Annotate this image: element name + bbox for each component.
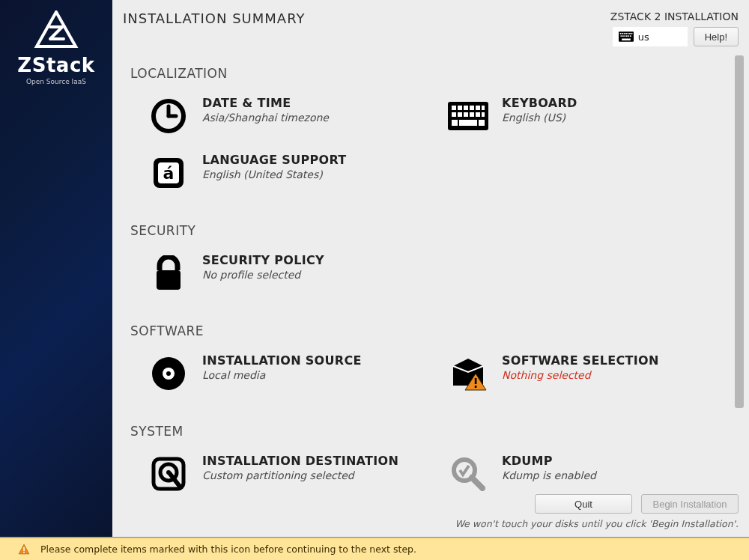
svg-rect-43	[475, 378, 477, 384]
svg-marker-0	[37, 12, 76, 46]
spoke-install-destination[interactable]: INSTALLATION DESTINATION Custom partitio…	[130, 449, 415, 491]
svg-rect-7	[629, 33, 631, 34]
keyboard-large-icon	[448, 102, 488, 130]
spoke-destination-status: Custom partitioning selected	[202, 469, 398, 481]
keyboard-icon	[619, 31, 634, 42]
spoke-software-selection[interactable]: SOFTWARE SELECTION Nothing selected	[430, 349, 725, 406]
spoke-keyboard-title: KEYBOARD	[502, 96, 577, 110]
quit-button[interactable]: Quit	[535, 494, 632, 514]
svg-rect-9	[620, 35, 622, 37]
svg-rect-51	[23, 547, 25, 551]
svg-rect-4	[623, 33, 625, 34]
section-security: SECURITY	[130, 223, 725, 238]
svg-rect-2	[619, 33, 621, 34]
section-localization: LOCALIZATION	[130, 66, 725, 81]
harddrive-icon	[151, 456, 187, 491]
spoke-selection-status: Nothing selected	[502, 369, 659, 381]
brand-tagline: Open Source IaaS	[17, 78, 94, 85]
svg-rect-23	[470, 106, 474, 110]
spoke-security-title: SECURITY POLICY	[202, 253, 324, 267]
spoke-kdump-title: KDUMP	[502, 454, 596, 468]
header: INSTALLATION SUMMARY ZSTACK 2 INSTALLATI…	[112, 0, 749, 49]
installer-subtitle: ZSTACK 2 INSTALLATION	[610, 10, 739, 22]
spoke-language-title: LANGUAGE SUPPORT	[202, 153, 347, 167]
disc-icon	[151, 356, 187, 392]
main-panel: INSTALLATION SUMMARY ZSTACK 2 INSTALLATI…	[112, 0, 749, 537]
spoke-datetime[interactable]: DATE & TIME Asia/Shanghai timezone	[130, 91, 415, 148]
lock-icon	[154, 255, 184, 291]
language-icon: á	[151, 155, 187, 191]
spoke-keyboard-status: English (US)	[502, 112, 577, 124]
svg-text:á: á	[163, 164, 175, 183]
svg-line-49	[472, 478, 482, 488]
spoke-kdump-status: Kdump is enabled	[502, 469, 596, 481]
svg-rect-38	[157, 270, 181, 290]
scrollbar[interactable]	[733, 55, 746, 485]
footer-buttons: Quit Begin Installation	[112, 491, 749, 515]
svg-rect-22	[464, 106, 468, 110]
help-button[interactable]: Help!	[694, 27, 739, 46]
svg-rect-11	[624, 35, 625, 37]
spoke-source-title: INSTALLATION SOURCE	[202, 353, 362, 368]
svg-rect-10	[622, 35, 624, 37]
sidebar: ZStack Open Source IaaS	[0, 0, 112, 537]
spoke-datetime-status: Asia/Shanghai timezone	[202, 112, 329, 124]
spoke-selection-title: SOFTWARE SELECTION	[502, 353, 659, 368]
scrollbar-thumb[interactable]	[735, 55, 744, 408]
clock-icon	[150, 97, 187, 135]
spoke-language-status: English (United States)	[202, 168, 347, 180]
svg-rect-15	[622, 39, 631, 41]
svg-rect-21	[458, 106, 462, 110]
begin-installation-button[interactable]: Begin Installation	[641, 494, 739, 514]
spoke-language[interactable]: á LANGUAGE SUPPORT English (United State…	[130, 148, 415, 205]
svg-rect-13	[628, 35, 629, 37]
svg-rect-31	[482, 112, 485, 117]
keyboard-layout-code: us	[638, 31, 649, 43]
svg-rect-30	[476, 112, 480, 117]
spoke-destination-title: INSTALLATION DESTINATION	[202, 454, 398, 468]
svg-rect-25	[482, 106, 485, 110]
svg-rect-52	[23, 552, 25, 553]
brand-name: ZStack	[17, 54, 94, 76]
spoke-datetime-title: DATE & TIME	[202, 96, 329, 110]
svg-rect-27	[458, 112, 462, 117]
brand-logo: ZStack Open Source IaaS	[17, 10, 94, 85]
spoke-install-source[interactable]: INSTALLATION SOURCE Local media	[130, 349, 415, 406]
hub-content: LOCALIZATION DATE & TIME Asia/Sh	[112, 49, 733, 491]
svg-point-41	[166, 371, 171, 376]
warning-icon	[18, 544, 30, 556]
svg-rect-6	[627, 33, 628, 34]
warning-text: Please complete items marked with this i…	[40, 544, 416, 555]
spoke-kdump[interactable]: KDUMP Kdump is enabled	[430, 449, 725, 491]
svg-rect-14	[630, 35, 631, 37]
svg-rect-8	[631, 33, 632, 34]
svg-rect-28	[464, 112, 468, 117]
magnifier-icon	[449, 455, 487, 491]
svg-rect-12	[626, 35, 628, 37]
section-system: SYSTEM	[130, 424, 725, 439]
svg-rect-29	[470, 112, 474, 117]
svg-rect-33	[459, 120, 477, 126]
section-software: SOFTWARE	[130, 323, 725, 338]
svg-rect-26	[452, 112, 456, 117]
zstack-logo-icon	[34, 10, 79, 49]
spoke-keyboard[interactable]: KEYBOARD English (US)	[430, 91, 725, 148]
spoke-security-status: No profile selected	[202, 269, 324, 281]
spoke-security-policy[interactable]: SECURITY POLICY No profile selected	[130, 249, 415, 305]
page-title: INSTALLATION SUMMARY	[123, 10, 305, 26]
footer-note: We won't touch your disks until you clic…	[112, 515, 749, 537]
svg-rect-24	[476, 106, 480, 110]
spoke-source-status: Local media	[202, 369, 362, 381]
keyboard-layout-indicator[interactable]: us	[613, 27, 688, 46]
svg-rect-3	[622, 33, 623, 34]
svg-rect-32	[452, 120, 458, 126]
package-warning-icon	[449, 356, 488, 392]
svg-rect-20	[452, 106, 456, 110]
warning-bar[interactable]: Please complete items marked with this i…	[0, 538, 749, 560]
svg-rect-44	[475, 386, 477, 388]
svg-rect-34	[479, 120, 485, 126]
svg-rect-5	[625, 33, 627, 34]
